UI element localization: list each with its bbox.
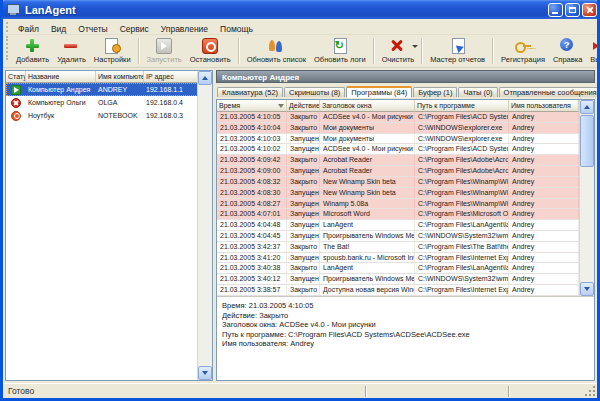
log-row[interactable]: 21.03.2005 4:04:48ЗапущеноLanAgentC:\Pro… xyxy=(217,220,579,231)
cell-action: Закрыто xyxy=(287,285,320,295)
menu-item-file[interactable]: Файл xyxy=(12,22,45,36)
column-window-title[interactable]: Заголовок окна xyxy=(320,100,415,112)
cell-user-name: Andrey xyxy=(509,220,579,230)
log-row[interactable]: 21.03.2005 3:42:37ЗакрытоThe Bat!C:\Prog… xyxy=(217,242,579,253)
resize-grip[interactable] xyxy=(584,385,596,397)
toolbar-button-start[interactable]: Запустить xyxy=(143,36,186,66)
cell-program-path: C:\Program Files\Microsoft Off... xyxy=(415,209,509,219)
computer-column-header[interactable]: Статус xyxy=(6,71,26,83)
scrollbar-thumb[interactable] xyxy=(580,115,594,167)
cell-user-name: Andrey xyxy=(509,188,579,198)
help-icon xyxy=(558,37,578,54)
cell-user-name: Andrey xyxy=(509,134,579,144)
statusbar-separator xyxy=(365,386,366,397)
toolbar-button-help[interactable]: Справка xyxy=(549,36,586,66)
titlebar[interactable]: LanAgent xyxy=(0,0,600,19)
log-row[interactable]: 21.03.2005 3:41:20Запущеноspousb.bank.ru… xyxy=(217,253,579,264)
tab-programs[interactable]: Программы (84) xyxy=(346,86,412,98)
log-row[interactable]: 21.03.2005 4:08:27ЗапущеноWinamp 5.08aC:… xyxy=(217,199,579,210)
tab-screenshots[interactable]: Скриншоты (8) xyxy=(284,87,345,97)
scroll-up-button[interactable] xyxy=(198,71,212,85)
log-row[interactable]: 21.03.2005 3:40:38ЗакрытоLanAgentC:\Prog… xyxy=(217,263,579,274)
dropdown-arrow-icon[interactable] xyxy=(412,45,418,48)
computer-row[interactable]: Компьютер ОльгиOLGA192.168.0.4 xyxy=(6,96,212,109)
toolbar-button-clear[interactable]: Очистить xyxy=(378,36,419,66)
menu-item-service[interactable]: Сервис xyxy=(114,22,155,36)
cell-window-title: ACDSee v4.0 - Мои рисунки xyxy=(320,112,415,122)
cell-program-path: C:\Program Files\Winamp\Wi... xyxy=(415,199,509,209)
status-cell xyxy=(6,83,26,96)
tab-chats[interactable]: Чаты (0) xyxy=(458,87,497,97)
toolbar-button-label: Обновить логи xyxy=(314,55,366,64)
minimize-button[interactable] xyxy=(548,3,563,17)
toolbar-button-key[interactable]: Регистрация xyxy=(497,36,549,66)
toolbar-button-refresh-logs[interactable]: Обновить логи xyxy=(310,36,370,66)
cell-window-title: Проигрыватель Windows Me... xyxy=(320,274,415,284)
toolbar-button-wizard[interactable]: Мастер отчетов xyxy=(426,36,489,66)
toolbar-button-stop[interactable]: Остановить xyxy=(186,36,235,66)
log-row[interactable]: 21.03.2005 4:10:02ЗапущеноACDSee v4.0 - … xyxy=(217,144,579,155)
log-row[interactable]: 21.03.2005 4:04:45ЗапущеноПроигрыватель … xyxy=(217,231,579,242)
cell-program-path: C:\WINDOWS\explorer.exe xyxy=(415,123,509,133)
column-action[interactable]: Действие xyxy=(287,100,320,112)
status-bar: Готово xyxy=(3,383,597,398)
toolbar-button-label: Регистрация xyxy=(501,55,545,64)
cell-program-path: C:\WINDOWS\explorer.exe xyxy=(415,134,509,144)
cell-window-title: New Winamp Skin beta xyxy=(320,177,415,187)
cell-action: Закрыто xyxy=(287,123,320,133)
main-area: СтатусНазваниеИмя компьютераIP адрес Ком… xyxy=(3,68,597,383)
column-time[interactable]: Время xyxy=(217,100,287,112)
log-row[interactable]: 21.03.2005 4:09:42ЗакрытоAcrobat ReaderC… xyxy=(217,155,579,166)
computer-list-scrollbar[interactable] xyxy=(197,71,212,380)
log-row[interactable]: 21.03.2005 3:38:57ЗакрытоДоступна новая … xyxy=(217,285,579,296)
menu-item-reports[interactable]: Отчеты xyxy=(72,22,113,36)
computer-row[interactable]: НоутбукNOTEBOOK192.168.0.3 xyxy=(6,109,212,122)
cell-action: Закрыто xyxy=(287,242,320,252)
toolbar-button-refresh-users[interactable]: Обновить список xyxy=(243,36,310,66)
log-panel: Компьютер Андрея Клавиатура (52)Скриншот… xyxy=(216,70,595,381)
cell-action: Запущено xyxy=(287,231,320,241)
log-row[interactable]: 21.03.2005 4:07:01ЗапущеноMicrosoft Word… xyxy=(217,209,579,220)
maximize-button[interactable] xyxy=(565,3,580,17)
scroll-down-button[interactable] xyxy=(580,282,594,296)
toolbar-button-settings[interactable]: Настройки xyxy=(90,36,135,66)
menu-item-management[interactable]: Управление xyxy=(155,22,214,36)
menu-item-help[interactable]: Помощь xyxy=(214,22,259,36)
log-row[interactable]: 21.03.2005 4:10:03ЗапущеноМои документыC… xyxy=(217,134,579,145)
toolbar-button-add[interactable]: Добавить xyxy=(12,36,53,66)
log-row[interactable]: 21.03.2005 4:08:32ЗакрытоNew Winamp Skin… xyxy=(217,177,579,188)
scroll-up-button[interactable] xyxy=(580,100,594,114)
log-table-scrollbar[interactable] xyxy=(579,100,594,296)
cell-program-path: C:\Program Files\LanAgent\la... xyxy=(415,263,509,273)
menu-bar: ФайлВидОтчетыСервисУправлениеПомощь xyxy=(3,19,597,35)
detail-line: Действие: Закрыто xyxy=(222,311,589,321)
column-user-name[interactable]: Имя пользователя xyxy=(509,100,579,112)
cell-window-title: Проигрыватель Windows Me... xyxy=(320,231,415,241)
column-program-path[interactable]: Путь к программе xyxy=(415,100,509,112)
log-row[interactable]: 21.03.2005 4:10:04ЗакрытоМои документыC:… xyxy=(217,123,579,134)
toolbar-button-remove[interactable]: Удалить xyxy=(53,36,90,66)
tab-clipboard[interactable]: Буфер (1) xyxy=(413,87,457,97)
log-row[interactable]: 21.03.2005 3:40:12ЗапущеноПроигрыватель … xyxy=(217,274,579,285)
cell-action: Закрыто xyxy=(287,155,320,165)
computer-column-header[interactable]: Имя компьютера xyxy=(96,71,144,83)
tab-keyboard[interactable]: Клавиатура (52) xyxy=(217,87,283,97)
cell-time: 21.03.2005 3:40:12 xyxy=(217,274,287,284)
cell-user-name: Andrey xyxy=(509,209,579,219)
log-row[interactable]: 21.03.2005 4:10:05ЗакрытоACDSee v4.0 - М… xyxy=(217,112,579,123)
detail-line: Заголовок окна: ACDSee v4.0 - Мои рисунк… xyxy=(222,320,589,330)
status-stopped-icon xyxy=(11,111,21,121)
computer-column-header[interactable]: Название xyxy=(26,71,96,83)
log-row[interactable]: 21.03.2005 4:08:30ЗапущеноNew Winamp Ski… xyxy=(217,188,579,199)
key-icon xyxy=(513,37,533,54)
tab-sent-messages[interactable]: Отправленные сообщения (2) xyxy=(499,87,600,97)
toolbar-button-exit[interactable]: Выход xyxy=(586,36,600,66)
log-row[interactable]: 21.03.2005 4:09:00ЗапущеноAcrobat Reader… xyxy=(217,166,579,177)
scroll-down-button[interactable] xyxy=(198,366,212,380)
close-button[interactable] xyxy=(582,3,597,17)
stop-icon xyxy=(200,37,220,54)
menu-item-view[interactable]: Вид xyxy=(45,22,72,36)
toolbar-separator xyxy=(138,38,140,64)
toolbar: ДобавитьУдалитьНастройкиЗапуститьОстанов… xyxy=(3,35,597,68)
computer-row[interactable]: Компьютер АндреяANDREY192.168.1.1 xyxy=(6,83,212,96)
